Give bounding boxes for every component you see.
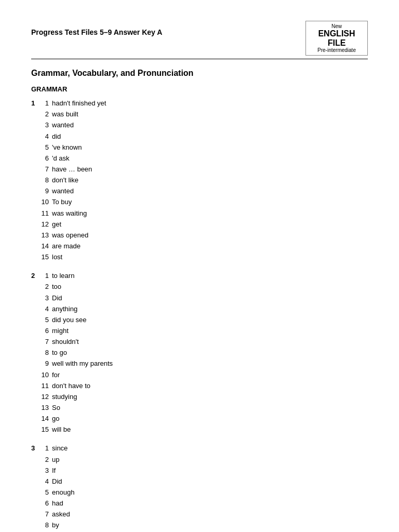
exercise-inner-num: 9 (41, 186, 52, 196)
exercise-inner-num: 11 (41, 381, 52, 391)
exercise-answer: go (52, 414, 59, 424)
exercise-answer: anything (52, 304, 77, 314)
exercise-inner-num: 7 (41, 164, 52, 175)
exercise-answer: to go (52, 348, 67, 358)
exercise-inner-num: 2 (41, 282, 52, 292)
exercise-inner-num: 13 (41, 403, 52, 413)
exercise-answer: was built (52, 109, 78, 119)
exercise-row: 4anything (31, 304, 368, 314)
exercise-inner-num: 6 (41, 498, 52, 509)
exercise-inner-num: 15 (41, 424, 52, 435)
exercise-inner-num: 10 (41, 197, 52, 207)
exercise-inner-num: 8 (41, 175, 52, 185)
exercise-answer: was waiting (52, 208, 87, 219)
exercise-inner-num: 3 (41, 293, 52, 303)
exercise-inner-num: 5 (41, 315, 52, 325)
exercise-inner-num: 14 (41, 414, 52, 424)
exercise-answer: did you see (52, 315, 87, 325)
exercise-answer: for (52, 370, 60, 380)
exercise-answer: don't like (52, 175, 78, 185)
exercise-row: 8by (31, 520, 368, 530)
exercise-row: 11hadn't finished yet (31, 98, 368, 109)
exercise-answer: 'd ask (52, 153, 70, 164)
exercise-row: 8to go (31, 348, 368, 358)
grammar-label: GRAMMAR (31, 85, 368, 93)
exercise-inner-num: 15 (41, 252, 52, 262)
exercise-inner-num: 5 (41, 487, 52, 498)
exercise-outer-num: 3 (31, 443, 41, 454)
exercise-inner-num: 14 (41, 241, 52, 251)
exercise-inner-num: 9 (41, 358, 52, 369)
exercise-answer: To buy (52, 197, 72, 207)
exercise-answer: too (52, 282, 61, 292)
exercises-container: 11hadn't finished yet2was built3wanted4d… (31, 98, 368, 532)
page-header: Progress Test Files 5–9 Answer Key A New… (31, 21, 368, 56)
exercise-answer: wanted (52, 186, 74, 196)
exercise-block: 21to learn2too3Did4anything5did you see6… (31, 271, 368, 435)
exercise-answer: will be (52, 424, 71, 435)
exercise-answer: since (52, 443, 68, 454)
exercise-block: 31since2up3If4Did5enough6had7asked8by9no… (31, 443, 368, 532)
exercise-answer: So (52, 403, 60, 413)
exercise-row: 13So (31, 403, 368, 413)
exercise-row: 3If (31, 466, 368, 476)
exercise-row: 10for (31, 370, 368, 380)
exercise-row: 7have … been (31, 164, 368, 175)
exercise-row: 14go (31, 414, 368, 424)
exercise-row: 2too (31, 282, 368, 292)
exercise-row: 21to learn (31, 271, 368, 281)
exercise-row: 12get (31, 219, 368, 230)
exercise-inner-num: 6 (41, 153, 52, 164)
exercise-answer: Did (52, 476, 62, 487)
exercise-inner-num: 2 (41, 109, 52, 119)
exercise-answer: lost (52, 252, 62, 262)
exercise-answer: have … been (52, 164, 92, 175)
exercise-answer: hadn't finished yet (52, 98, 106, 109)
exercise-answer: did (52, 131, 61, 142)
exercise-answer: If (52, 466, 56, 476)
exercise-block: 11hadn't finished yet2was built3wanted4d… (31, 98, 368, 262)
exercise-row: 4did (31, 131, 368, 142)
exercise-answer: Did (52, 293, 62, 303)
exercise-row: 11was waiting (31, 208, 368, 219)
exercise-inner-num: 11 (41, 208, 52, 219)
exercise-row: 2up (31, 455, 368, 465)
exercise-inner-num: 3 (41, 120, 52, 130)
exercise-inner-num: 1 (41, 271, 52, 281)
logo-name: ENGLISH FILE (310, 29, 363, 47)
exercise-answer: might (52, 326, 69, 336)
exercise-inner-num: 2 (41, 455, 52, 465)
main-section-title: Grammar, Vocabulary, and Pronunciation (31, 69, 368, 78)
exercise-row: 8don't like (31, 175, 368, 185)
logo-level: Pre-intermediate (310, 47, 363, 53)
exercise-answer: don't have to (52, 381, 90, 391)
exercise-row: 6might (31, 326, 368, 336)
exercise-row: 10To buy (31, 197, 368, 207)
exercise-row: 15lost (31, 252, 368, 262)
exercise-row: 13was opened (31, 230, 368, 241)
exercise-outer-num: 1 (31, 98, 41, 109)
exercise-answer: wanted (52, 120, 74, 130)
exercise-inner-num: 10 (41, 370, 52, 380)
exercise-answer: 've known (52, 142, 82, 153)
exercise-row: 14are made (31, 241, 368, 251)
exercise-row: 12studying (31, 392, 368, 402)
exercise-answer: had (52, 498, 63, 509)
exercise-inner-num: 8 (41, 348, 52, 358)
exercise-inner-num: 8 (41, 520, 52, 530)
exercise-row: 6had (31, 498, 368, 509)
exercise-row: 11don't have to (31, 381, 368, 391)
exercise-inner-num: 4 (41, 304, 52, 314)
exercise-answer: get (52, 219, 61, 230)
exercise-answer: was opened (52, 230, 88, 241)
exercise-answer: studying (52, 392, 77, 402)
exercise-row: 5enough (31, 487, 368, 498)
exercise-inner-num: 12 (41, 392, 52, 402)
exercise-row: 7asked (31, 509, 368, 520)
exercise-row: 3Did (31, 293, 368, 303)
exercise-row: 6'd ask (31, 153, 368, 164)
exercise-row: 9well with my parents (31, 358, 368, 369)
exercise-inner-num: 1 (41, 443, 52, 454)
exercise-row: 31since (31, 443, 368, 454)
exercise-inner-num: 7 (41, 337, 52, 347)
